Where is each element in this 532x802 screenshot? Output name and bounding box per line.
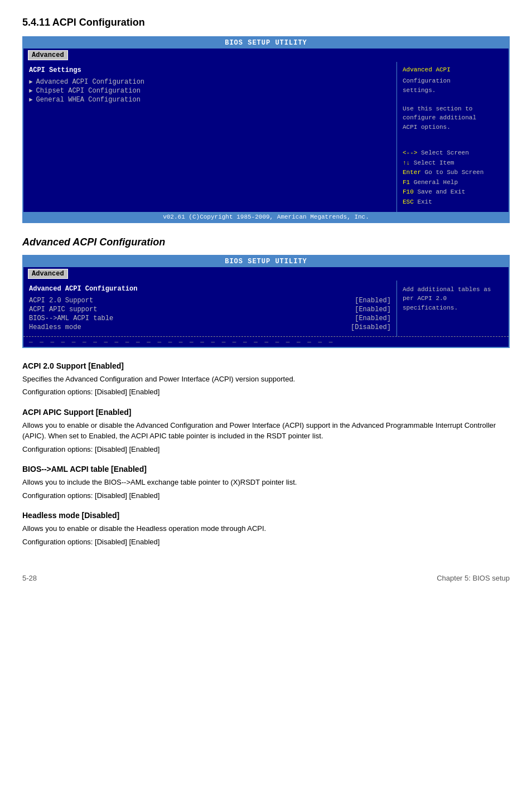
arrow-icon-0: ► (29, 79, 33, 85)
content-para-0-1: Configuration options: [Disabled] [Enabl… (22, 386, 510, 398)
bios-header-2: BIOS SETUP UTILITY (23, 256, 509, 267)
bios-tab-advanced-1[interactable]: Advanced (28, 50, 68, 60)
section-number: 5.4.11 (22, 17, 50, 28)
bios-right-help-title-1: Advanced ACPI (403, 66, 503, 73)
footer-chapter: Chapter 5: BIOS setup (437, 574, 510, 582)
content-heading-1: ACPI APIC Support [Enabled] (22, 408, 510, 417)
bios-tab-bar-1: Advanced (23, 49, 509, 62)
bios-tab-bar-2: Advanced (23, 267, 509, 281)
bios-screen-1: BIOS SETUP UTILITY Advanced ACPI Setting… (22, 36, 510, 223)
content-para-2-1: Configuration options: [Disabled] [Enabl… (22, 490, 510, 501)
bios-bottom-dashes: — — — — — — — — — — — — — — — — — — — — … (23, 337, 509, 347)
section-title: ACPI Configuration (52, 17, 145, 28)
bios-screen-2: BIOS SETUP UTILITY Advanced Advanced ACP… (22, 255, 510, 348)
bios-menu-item-2[interactable]: ► General WHEA Configuration (29, 95, 391, 104)
content-heading-2: BIOS-->AML ACPI table [Enabled] (22, 465, 510, 474)
content-para-2-0: Allows you to include the BIOS-->AML exc… (22, 477, 510, 488)
bios-header-1: BIOS SETUP UTILITY (23, 37, 509, 49)
bios-section-label-1: ACPI Settings (29, 66, 391, 74)
bios-menu-item-0[interactable]: ► Advanced ACPI Configuration (29, 78, 391, 86)
arrow-icon-2: ► (29, 96, 33, 103)
bios-left-panel-2: Advanced ACPI Configuration ACPI 2.0 Sup… (23, 281, 397, 336)
bios-menu-item-1[interactable]: ► Chipset ACPI Configuration (29, 86, 391, 95)
bios-keys-1: <--> Select Screen ↑↓ Select Item Enter … (403, 148, 503, 207)
bios-right-panel-2: Add additional tables as per ACPI 2.0 sp… (397, 281, 509, 336)
bios-setting-row-2[interactable]: BIOS-->AML ACPI table [Enabled] (29, 314, 391, 323)
bios-tab-advanced-2[interactable]: Advanced (28, 269, 68, 279)
content-para-0-0: Specifies the Advanced Configuration and… (22, 374, 510, 385)
bios-setting-row-1[interactable]: ACPI APIC support [Enabled] (29, 305, 391, 314)
bios-setting-row-3[interactable]: Headless mode [Disabled] (29, 323, 391, 332)
bios-help-text-2: Add additional tables as per ACPI 2.0 sp… (403, 285, 503, 313)
content-area: ACPI 2.0 Support [Enabled]Specifies the … (22, 361, 510, 548)
content-para-1-0: Allows you to enable or disable the Adva… (22, 420, 510, 442)
content-heading-3: Headless mode [Disabled] (22, 511, 510, 520)
content-para-3-0: Allows you to enable or disable the Head… (22, 523, 510, 534)
content-para-1-1: Configuration options: [Disabled] [Enabl… (22, 444, 510, 455)
bios-content-1: ACPI Settings ► Advanced ACPI Configurat… (23, 62, 509, 212)
bios-left-panel-1: ACPI Settings ► Advanced ACPI Configurat… (23, 62, 397, 212)
bios-setting-row-0[interactable]: ACPI 2.0 Support [Enabled] (29, 296, 391, 305)
content-heading-0: ACPI 2.0 Support [Enabled] (22, 361, 510, 370)
page-footer: 5-28 Chapter 5: BIOS setup (22, 569, 510, 582)
bios-section-label-2: Advanced ACPI Configuration (29, 285, 391, 293)
arrow-icon-1: ► (29, 88, 33, 94)
bios-right-panel-1: Advanced ACPI Configurationsettings.Use … (397, 62, 509, 212)
bios-footer-1: v02.61 (C)Copyright 1985-2009, American … (23, 212, 509, 222)
bios-help-text-1: Configurationsettings.Use this section t… (403, 76, 503, 132)
subsection-title: Advanced ACPI Configuration (22, 236, 165, 248)
bios-content-2: Advanced ACPI Configuration ACPI 2.0 Sup… (23, 281, 509, 336)
footer-page-number: 5-28 (22, 574, 37, 582)
content-para-3-1: Configuration options: [Disabled] [Enabl… (22, 537, 510, 548)
